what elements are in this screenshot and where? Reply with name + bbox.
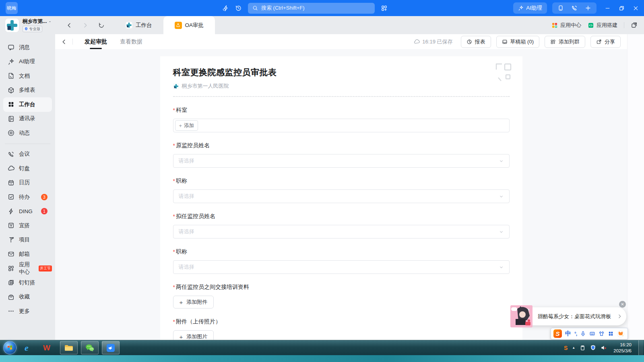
- sidebar-item-moments[interactable]: 动态: [3, 126, 52, 140]
- app-build-link[interactable]: 应用搭建: [588, 22, 617, 29]
- field-label: *两任监控员之间交接培训资料: [173, 284, 510, 291]
- sidebar-item-workbench[interactable]: 工作台: [3, 97, 52, 112]
- add-to-group-button[interactable]: 添加到群: [545, 36, 585, 48]
- new-chat-icon[interactable]: [585, 5, 591, 11]
- original-monitor-title-select[interactable]: 请选择: [173, 189, 510, 203]
- sidebar-item-messages[interactable]: 消息: [3, 40, 52, 55]
- new-monitor-title-select[interactable]: 请选择: [173, 260, 510, 274]
- refresh-icon[interactable]: [98, 22, 105, 29]
- quick-access-icon[interactable]: [222, 5, 229, 12]
- tab-view-data[interactable]: 查看数据: [120, 34, 142, 49]
- share-icon: [596, 39, 602, 45]
- field-label: *科室: [173, 107, 510, 114]
- start-button[interactable]: [3, 341, 17, 354]
- sidebar-item-drive[interactable]: 钉盘: [3, 161, 52, 176]
- sidebar-item-base-table[interactable]: 多维表: [3, 83, 52, 98]
- app-tab-workbench[interactable]: 工作台: [114, 16, 163, 34]
- ad-popup[interactable]: 甜酷莓系少女：桌面花式玩滑板: [517, 307, 626, 325]
- ime-punctuation[interactable]: °,: [574, 331, 577, 337]
- sidebar-item-docs[interactable]: 文档: [3, 69, 52, 83]
- app-center-link[interactable]: 应用中心: [551, 22, 581, 29]
- taskbar-wechat-icon[interactable]: [81, 341, 99, 354]
- taskbar-ie-icon[interactable]: e: [17, 341, 37, 355]
- ime-mode-chinese[interactable]: 中: [565, 330, 571, 337]
- taskbar-clock[interactable]: 16:20 2025/3/6: [613, 342, 632, 354]
- share-button[interactable]: 分享: [590, 36, 621, 48]
- button-label: 报表: [475, 38, 485, 45]
- sidebar-item-ding[interactable]: DING1: [3, 204, 52, 219]
- feed-icon: [8, 130, 14, 136]
- form-title[interactable]: 科室更换院感监控员审批表: [173, 67, 510, 78]
- taskbar-w-app-icon[interactable]: W: [37, 341, 57, 355]
- report-button[interactable]: 报表: [461, 36, 491, 48]
- more-icon: [8, 308, 14, 315]
- sidebar-item-dingding-build[interactable]: 钉钉搭: [3, 276, 52, 290]
- search-icon: [252, 5, 258, 11]
- history-icon[interactable]: [235, 5, 242, 12]
- tray-security-shield-icon[interactable]: [590, 345, 596, 351]
- sidebar-item-app-center[interactable]: 应用中心开工节: [3, 261, 52, 276]
- sidebar-item-favorites[interactable]: 收藏: [3, 290, 52, 304]
- open-app-tabs: 工作台OA审批: [114, 16, 215, 34]
- tray-clipboard-icon[interactable]: [580, 345, 586, 351]
- keyboard-icon[interactable]: [589, 331, 595, 337]
- sidebar-item-mail[interactable]: 邮箱: [3, 247, 52, 261]
- ad-close-icon[interactable]: ✕: [619, 301, 626, 308]
- tab-start-approval[interactable]: 发起审批: [85, 34, 107, 49]
- new-monitor-name-select[interactable]: 请选择: [173, 225, 510, 239]
- org-switcher[interactable]: 桐乡市第... 专业版: [0, 16, 58, 34]
- screencast-icon[interactable]: [557, 5, 564, 11]
- screenshot-recognize-icon[interactable]: [381, 5, 388, 12]
- photo-attachment-button[interactable]: +添加图片: [173, 330, 214, 340]
- sidebar-item-todo[interactable]: 待办3: [3, 190, 52, 204]
- tray-expand-icon[interactable]: ▲: [572, 346, 575, 350]
- drafts-button[interactable]: 草稿箱 (0): [496, 36, 540, 48]
- app-tab-label: 工作台: [136, 22, 152, 29]
- restore-button[interactable]: [619, 5, 625, 11]
- mic-icon[interactable]: [580, 331, 586, 337]
- skin-icon[interactable]: [599, 331, 605, 337]
- taskbar-explorer-icon[interactable]: [60, 341, 78, 354]
- plus-icon: +: [179, 123, 182, 128]
- add-department-button[interactable]: +添加: [175, 120, 198, 131]
- tray-sogou-icon[interactable]: S: [564, 345, 568, 351]
- phone-call-icon[interactable]: [571, 5, 578, 11]
- required-asterisk: *: [173, 107, 175, 113]
- sogou-logo-icon[interactable]: S: [553, 329, 562, 338]
- sidebar-item-meeting[interactable]: 会议: [3, 147, 52, 162]
- back-icon[interactable]: [61, 39, 67, 45]
- sidebar-item-calendar[interactable]: 日历: [3, 176, 52, 190]
- sidebar-item-project[interactable]: 项目: [3, 233, 52, 247]
- toolbox-icon[interactable]: [608, 331, 614, 337]
- emoji-fox-icon[interactable]: [617, 330, 624, 337]
- close-button[interactable]: [633, 5, 639, 11]
- sidebar-item-yida[interactable]: 宜搭: [3, 218, 52, 233]
- app-tab-oa-approval[interactable]: OA审批: [163, 16, 215, 34]
- sidebar-item-contacts[interactable]: 通讯录: [3, 112, 52, 126]
- original-monitor-name-select[interactable]: 请选择: [173, 154, 510, 168]
- minimize-button[interactable]: [605, 5, 611, 11]
- form-decoration-icon: [495, 63, 512, 82]
- popout-icon[interactable]: [631, 22, 638, 29]
- ad-thumbnail[interactable]: [510, 305, 533, 327]
- department-input[interactable]: +添加: [173, 119, 510, 132]
- button-label: 添加到群: [559, 38, 580, 45]
- select-placeholder: 请选择: [179, 157, 194, 165]
- sidebar-item-label: 待办: [19, 193, 30, 201]
- sidebar-item-label: 项目: [19, 236, 30, 243]
- tray-volume-muted-icon[interactable]: [601, 345, 607, 351]
- handover-materials-button[interactable]: +添加附件: [173, 296, 214, 309]
- notification-badge: 3: [41, 194, 47, 200]
- form-org-name: 桐乡市第一人民医院: [182, 82, 229, 90]
- nav-forward-icon[interactable]: [82, 22, 89, 29]
- nav-back-icon[interactable]: [66, 22, 72, 29]
- sidebar-item-more[interactable]: 更多: [3, 304, 52, 319]
- ai-assistant-button[interactable]: AI助理: [513, 2, 547, 14]
- report-icon: [466, 39, 472, 45]
- show-desktop-button[interactable]: [638, 340, 643, 355]
- user-avatar[interactable]: 晓梅: [6, 2, 18, 14]
- search-input[interactable]: 搜索 (Ctrl+Shift+F): [248, 3, 375, 14]
- taskbar-dingtalk-icon[interactable]: [102, 341, 120, 354]
- sidebar-item-ai-assistant[interactable]: AI助理: [3, 55, 52, 69]
- contacts-icon: [8, 115, 14, 122]
